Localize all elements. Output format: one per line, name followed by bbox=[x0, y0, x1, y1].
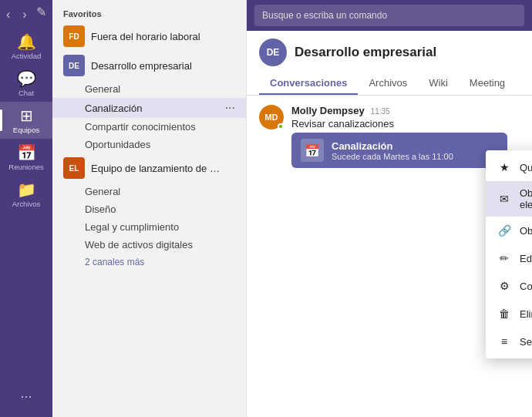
compose-icon[interactable]: ✎ bbox=[36, 5, 46, 25]
channel-tabs: Conversaciones Archivos Wiki Meeting bbox=[259, 72, 520, 95]
ctx-delete-channel[interactable]: 🗑 Eliminar este canal bbox=[486, 300, 532, 328]
sidebar-item-equipos[interactable]: ⊞ Equipos bbox=[0, 102, 52, 139]
channel-item[interactable]: Diseño bbox=[52, 200, 246, 218]
team-name: Equipo de lanzamiento de X1050 bbox=[91, 163, 222, 174]
nav-top: ‹ › ✎ bbox=[0, 0, 52, 28]
star-icon: ★ bbox=[497, 160, 512, 175]
ctx-follow-channel[interactable]: ≡ Seguir este canal bbox=[486, 328, 532, 355]
teams-icon: ⊞ bbox=[20, 108, 33, 123]
sidebar-item-reuniones[interactable]: 📅 Reuniones bbox=[0, 139, 52, 176]
tab-archivos[interactable]: Archivos bbox=[358, 72, 418, 95]
message-row: MD Molly Dempsey 11:35 Revisar canalizac… bbox=[259, 105, 520, 168]
channel-item[interactable]: General bbox=[52, 80, 246, 98]
channel-item[interactable]: Web de activos digitales bbox=[52, 236, 246, 254]
tab-meeting[interactable]: Meeting bbox=[459, 72, 516, 95]
files-icon: 📁 bbox=[17, 182, 36, 197]
channel-title: Desarrollo empresarial bbox=[295, 45, 436, 60]
avatar: DE bbox=[63, 55, 85, 76]
more-channels-link[interactable]: 2 canales más bbox=[52, 254, 246, 271]
event-info: Canalización Sucede cada Martes a las 11… bbox=[332, 140, 453, 161]
channel-item[interactable]: Legal y cumplimiento bbox=[52, 218, 246, 236]
message-header: Molly Dempsey 11:35 bbox=[291, 105, 520, 116]
ctx-connectors[interactable]: ⚙ Conectores bbox=[486, 272, 532, 300]
channel-item[interactable]: General bbox=[52, 183, 246, 200]
channel-header-top: DE Desarrollo empresarial bbox=[259, 39, 520, 72]
channel-item-active[interactable]: Canalización ··· bbox=[52, 98, 246, 118]
channel-item[interactable]: Oportunidades bbox=[52, 136, 246, 153]
sidebar-item-archivos[interactable]: 📁 Archivos bbox=[0, 176, 52, 213]
edit-icon: ✏ bbox=[497, 251, 512, 266]
context-menu: ★ Quitar de favoritos ✉ Obtener la direc… bbox=[486, 150, 532, 358]
channel-avatar: DE bbox=[259, 39, 287, 66]
ctx-get-link[interactable]: 🔗 Obtener vínculo al canal bbox=[486, 217, 532, 244]
top-bar: Busque o escriba un comando bbox=[247, 0, 532, 31]
nav-bar: ‹ › ✎ 🔔 Actividad 💬 Chat ⊞ Equipos 📅 Reu… bbox=[0, 0, 52, 417]
connectors-icon: ⚙ bbox=[497, 278, 512, 294]
avatar: EL bbox=[63, 157, 85, 179]
search-placeholder: Busque o escriba un comando bbox=[262, 10, 387, 21]
sidebar-item-actividad[interactable]: 🔔 Actividad bbox=[0, 28, 52, 65]
more-apps-button[interactable]: ··· bbox=[20, 388, 32, 405]
ctx-edit-channel[interactable]: ✏ Editar este canal bbox=[486, 244, 532, 272]
team-name: Fuera del horario laboral bbox=[91, 31, 222, 42]
favorites-label: Favoritos bbox=[52, 0, 246, 22]
team-item[interactable]: DE Desarrollo empresarial ··· bbox=[52, 51, 246, 80]
team-item[interactable]: EL Equipo de lanzamiento de X1050 ··· bbox=[52, 153, 246, 183]
event-icon: 📅 bbox=[301, 139, 324, 162]
back-button[interactable]: ‹ bbox=[0, 5, 16, 25]
team-item[interactable]: FD Fuera del horario laboral ··· bbox=[52, 22, 246, 51]
ctx-quitar-favoritos[interactable]: ★ Quitar de favoritos bbox=[486, 153, 532, 181]
avatar: FD bbox=[63, 25, 85, 47]
team-name: Desarrollo empresarial bbox=[91, 60, 222, 72]
main-content: Busque o escriba un comando DE Desarroll… bbox=[247, 0, 532, 417]
chat-icon: 💬 bbox=[17, 71, 36, 86]
follow-icon: ≡ bbox=[497, 334, 512, 349]
search-bar[interactable]: Busque o escriba un comando bbox=[254, 5, 524, 26]
trash-icon: 🗑 bbox=[497, 306, 512, 321]
channel-header: DE Desarrollo empresarial Conversaciones… bbox=[247, 31, 532, 96]
online-indicator bbox=[278, 123, 284, 129]
sidebar-item-chat[interactable]: 💬 Chat bbox=[0, 65, 52, 102]
activity-icon: 🔔 bbox=[17, 34, 36, 49]
meetings-icon: 📅 bbox=[17, 145, 36, 160]
avatar: MD bbox=[259, 105, 284, 129]
email-icon: ✉ bbox=[497, 191, 512, 207]
channel-item[interactable]: Compartir conocimientos bbox=[52, 118, 246, 136]
link-icon: 🔗 bbox=[497, 223, 512, 238]
tab-conversaciones[interactable]: Conversaciones bbox=[259, 72, 358, 95]
channel-more-button[interactable]: ··· bbox=[222, 101, 238, 115]
event-card[interactable]: 📅 Canalización Sucede cada Martes a las … bbox=[291, 133, 507, 168]
tab-wiki[interactable]: Wiki bbox=[418, 72, 459, 95]
forward-button[interactable]: › bbox=[16, 5, 32, 25]
sidebar: Favoritos FD Fuera del horario laboral ·… bbox=[52, 0, 247, 417]
ctx-email-address[interactable]: ✉ Obtener la dirección de correo electró… bbox=[486, 181, 532, 217]
